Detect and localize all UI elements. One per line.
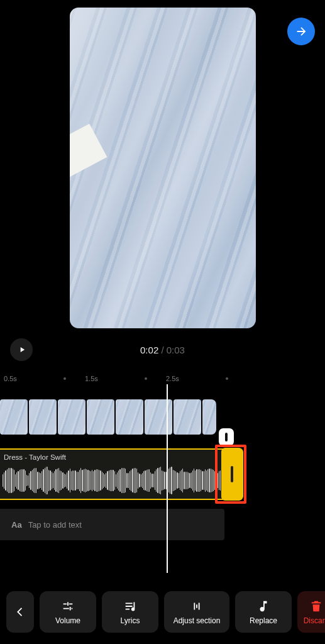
timeline-ruler: 0.5s 1.5s 2.5s [0,365,325,384]
arrow-right-icon [294,25,308,38]
replace-button[interactable]: Replace [235,591,292,633]
bottom-toolbar: Volume Lyrics Adjust section Replace Dis… [0,584,325,644]
ruler-tick: 0.5s [4,375,45,382]
time-current: 0:02 [140,345,158,355]
trash-icon [309,599,323,613]
time-total: 0:03 [167,345,185,355]
audio-clip[interactable]: Dress - Taylor Swift [0,448,243,500]
text-icon: Aa [11,520,22,530]
lyrics-label: Lyrics [121,617,140,625]
add-text-placeholder: Tap to add text [28,520,82,530]
ruler-dot [226,377,228,380]
discard-label: Discard [304,617,325,625]
clip-thumb[interactable] [58,399,85,435]
grip-icon [231,466,233,482]
clip-thumb[interactable] [29,399,57,435]
adjust-icon [190,599,204,613]
music-note-icon [256,599,270,613]
ruler-tick: 1.5s [85,375,126,382]
video-preview[interactable] [70,8,256,328]
timeline[interactable]: Dress - Taylor Swift Aa Tap to add text [0,384,325,573]
playhead[interactable] [167,384,168,573]
back-button[interactable] [6,591,34,633]
ruler-dot [145,377,147,380]
volume-button[interactable]: Volume [40,591,96,633]
adjust-label: Adjust section [174,617,221,625]
transition-icon [225,433,228,441]
clip-thumb[interactable] [116,399,143,435]
clip-thumb[interactable] [145,399,172,435]
transport-row: 0:02 / 0:03 [0,334,325,365]
clip-thumb[interactable] [174,399,201,435]
audio-waveform [0,466,242,495]
adjust-section-button[interactable]: Adjust section [164,591,229,633]
replace-label: Replace [250,617,277,625]
sliders-icon [61,599,75,613]
time-separator: / [158,345,167,355]
audio-trim-handle-right[interactable] [221,448,243,501]
volume-label: Volume [55,617,80,625]
preview-area [0,0,325,330]
clip-thumb[interactable] [202,399,216,435]
add-text-layer[interactable]: Aa Tap to add text [0,509,224,540]
ruler-dot [63,377,66,380]
audio-title: Dress - Taylor Swift [4,453,66,461]
lyrics-button[interactable]: Lyrics [102,591,158,633]
chevron-left-icon [13,605,27,619]
clip-thumb[interactable] [87,399,114,435]
next-button[interactable] [287,18,315,45]
discard-button[interactable]: Discard [297,591,325,633]
transition-button[interactable] [219,428,234,446]
video-clip-track[interactable] [0,399,325,435]
ruler-tick: 2.5s [166,375,207,382]
time-display: 0:02 / 0:03 [10,345,315,355]
clip-thumb[interactable] [0,399,28,435]
lyrics-icon [123,599,137,613]
